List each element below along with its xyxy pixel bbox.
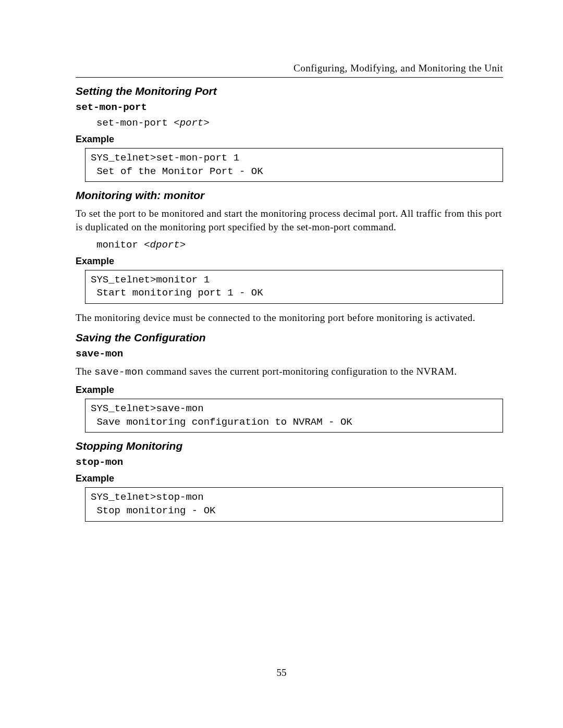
syntax-arg: <dport> — [144, 239, 186, 251]
command-save-mon: save-mon — [76, 348, 503, 360]
example-label: Example — [76, 256, 503, 267]
section-heading-monitoring: Monitoring with: monitor — [76, 189, 503, 202]
syntax-monitor: monitor <dport> — [96, 239, 503, 251]
intro-pre: The — [76, 366, 94, 377]
example-label: Example — [76, 473, 503, 484]
example-label: Example — [76, 134, 503, 145]
syntax-arg: <port> — [174, 117, 209, 129]
saving-intro: The save-mon command saves the current p… — [76, 365, 503, 379]
example-stop-mon: SYS_telnet>stop-mon Stop monitoring - OK — [85, 487, 503, 521]
example-label: Example — [76, 385, 503, 396]
monitoring-intro: To set the port to be monitored and star… — [76, 207, 503, 233]
syntax-prefix: monitor — [96, 239, 144, 251]
page-number: 55 — [0, 667, 563, 678]
intro-post: command saves the current port-monitorin… — [143, 366, 457, 377]
section-heading-stopping: Stopping Monitoring — [76, 440, 503, 452]
command-stop-mon: stop-mon — [76, 456, 503, 468]
running-header: Configuring, Modifying, and Monitoring t… — [76, 63, 503, 78]
section-heading-saving: Saving the Configuration — [76, 331, 503, 344]
command-set-mon-port: set-mon-port — [76, 102, 503, 113]
example-save-mon: SYS_telnet>save-mon Save monitoring conf… — [85, 399, 503, 433]
intro-mono: save-mon — [94, 366, 143, 378]
syntax-prefix: set-mon-port — [96, 117, 174, 129]
section-heading-setting-port: Setting the Monitoring Port — [76, 85, 503, 97]
syntax-set-mon-port: set-mon-port <port> — [96, 117, 503, 129]
example-monitor: SYS_telnet>monitor 1 Start monitoring po… — [85, 270, 503, 304]
monitoring-note: The monitoring device must be connected … — [76, 311, 503, 325]
page: Configuring, Modifying, and Monitoring t… — [0, 0, 563, 728]
example-set-mon-port: SYS_telnet>set-mon-port 1 Set of the Mon… — [85, 148, 503, 182]
